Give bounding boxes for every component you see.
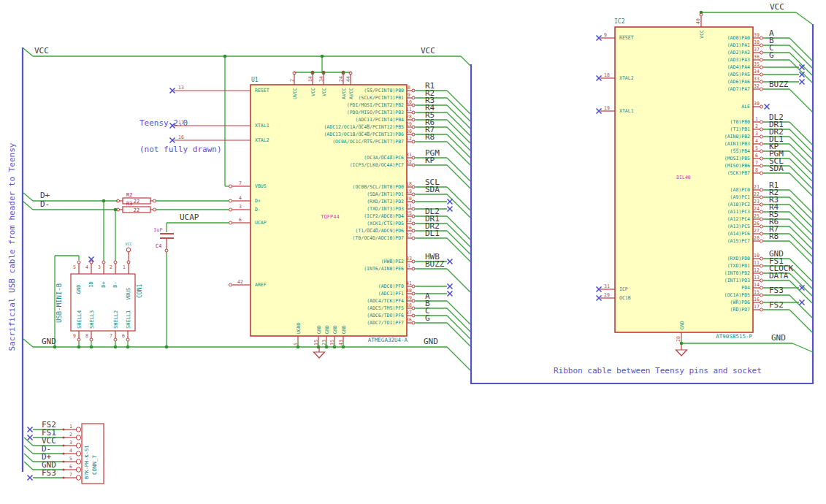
wire	[447, 187, 470, 210]
net-label-BUZZ[interactable]: BUZZ	[769, 80, 789, 89]
net-label-GND[interactable]: GND	[424, 337, 438, 346]
net-label-DATA[interactable]: DATA	[769, 271, 789, 280]
pin-end-circle	[412, 126, 415, 129]
wire	[447, 269, 470, 292]
pin-name: (ADC13/OC1B/O̅C̅4̅B̅/PCINT13)PB6	[324, 131, 404, 137]
pin-end-circle	[412, 237, 415, 240]
pin-number: 14	[754, 282, 760, 288]
net-label-R8[interactable]: R8	[425, 132, 435, 142]
pin-end-circle	[760, 73, 763, 76]
pin-number: 34	[754, 69, 760, 75]
pin-name: GND	[332, 325, 338, 334]
net-label-BUZZ[interactable]: BUZZ	[425, 259, 445, 269]
wire	[24, 462, 33, 470]
pin-number: 39	[754, 32, 760, 38]
pin-number: 30	[754, 101, 760, 107]
pin-name: (W̅R̅)PD6	[730, 299, 750, 305]
pin-end-circle	[412, 285, 415, 288]
pin-name: (A9)PC1	[730, 194, 750, 200]
net-label-G[interactable]: G	[769, 50, 774, 60]
pin-name: (S̅S̅)PB4	[730, 148, 750, 154]
pin-name: (T0/OC4D/ADC10)PD7	[353, 235, 405, 241]
net-label-DL1[interactable]: DL1	[425, 229, 440, 238]
note-teensy-line1: Teensy 2.0	[139, 119, 222, 128]
pin-name: (ADC12/OC1A/O̅C̅4̅B̅/PCINT12)PB5	[324, 124, 404, 130]
pin-end-circle	[760, 301, 763, 304]
pin-name: (R̅D̅)PD7	[730, 307, 750, 313]
net-label-UCAP[interactable]: UCAP	[180, 213, 199, 222]
pin-number: 4	[239, 195, 242, 201]
pin-name: R̅E̅S̅E̅T̅	[619, 35, 634, 41]
pin-number: 13	[178, 85, 184, 91]
pin-end-circle	[165, 249, 168, 252]
pin-end-circle	[760, 203, 763, 206]
pin-end-circle	[126, 338, 129, 341]
pin-number: 5	[69, 456, 72, 462]
net-label-VCC[interactable]: VCC	[770, 2, 784, 12]
pin-number: 4	[85, 264, 88, 270]
wire	[447, 323, 470, 346]
pin-name: (A14)PC6	[727, 231, 750, 237]
pin-end-circle	[90, 338, 93, 341]
pin-number: 4	[755, 138, 758, 144]
net-label-D-[interactable]: D-	[40, 199, 50, 209]
pin-name: UGND	[296, 322, 302, 334]
pin-number: 40	[695, 18, 701, 24]
pin-name: (AD5)PA5	[727, 72, 750, 77]
pin-end-circle	[412, 133, 415, 136]
pin-number: 27	[754, 228, 760, 234]
net-label-FS2[interactable]: FS2	[769, 300, 784, 310]
resistor-ref: R2	[126, 192, 132, 198]
pin-name: (AIN0)PB2	[724, 134, 750, 140]
pin-number: 33	[754, 76, 760, 82]
pin-end-circle	[412, 104, 415, 107]
net-label-R8[interactable]: R8	[769, 232, 779, 241]
pin-end-circle	[412, 215, 415, 218]
net-label-FS3[interactable]: FS3	[42, 468, 56, 478]
resistor-ref: R3	[126, 201, 132, 207]
pin-name: (XCK1/C̅T̅S̅)PD5	[367, 221, 404, 226]
pin-number: 30	[406, 129, 412, 134]
wire	[796, 12, 812, 24]
schematic-canvas[interactable]: U1TQFP44ATMEGA32U4-A13R̅E̅S̅E̅T̅17XTAL11…	[0, 0, 826, 504]
pin-number: 27	[406, 232, 412, 238]
wire	[447, 165, 470, 188]
net-label-GND[interactable]: GND	[771, 333, 786, 343]
net-label-VCC[interactable]: VCC	[421, 46, 435, 56]
net-label-KP[interactable]: KP	[425, 156, 435, 165]
usb-ref: CON1	[137, 284, 143, 298]
net-label-FS3[interactable]: FS3	[769, 286, 784, 295]
net-label-G[interactable]: G	[425, 313, 430, 323]
net-label-GND[interactable]: GND	[42, 337, 56, 346]
pin-end-circle	[76, 459, 80, 464]
schematic-drawing[interactable]: U1TQFP44ATMEGA32U4-A13R̅E̅S̅E̅T̅17XTAL11…	[0, 0, 826, 504]
pin-end-circle	[102, 261, 105, 264]
wire	[461, 56, 470, 66]
pin-name: GND	[316, 325, 322, 334]
pin-number: 36	[754, 54, 760, 60]
net-label-VCC[interactable]: VCC	[34, 46, 49, 56]
pin-number: 8	[755, 167, 758, 173]
conn7-ref: CONN_7	[91, 455, 98, 475]
pin-number: 2	[110, 264, 112, 270]
pin-name: (ICP3/CLK0/OC4A)PC7	[350, 162, 404, 168]
gnd-symbol-icon	[314, 352, 325, 358]
pin-end-circle	[760, 142, 763, 145]
pin-end-circle	[153, 199, 156, 202]
net-label-SDA[interactable]: SDA	[425, 185, 440, 194]
junction-dot	[223, 55, 227, 58]
wire	[447, 112, 470, 136]
pin-name: VCC	[321, 88, 327, 96]
pin-name: (A8)PC0	[730, 187, 750, 193]
pin-name: XTAL1	[255, 123, 269, 129]
pin-name: VBUS	[255, 183, 267, 189]
net-label-SDA[interactable]: SDA	[769, 164, 784, 173]
pin-number: 5	[293, 343, 299, 345]
pin-name: ID	[89, 281, 95, 287]
ic2-part: AT90S8515-P	[716, 333, 752, 340]
pin-name: (AD1)PA1	[727, 42, 750, 48]
pin-number: 37	[406, 310, 412, 316]
wire	[24, 446, 33, 454]
pin-end-circle	[412, 200, 415, 203]
pin-name: (AD6)PA6	[727, 79, 750, 85]
